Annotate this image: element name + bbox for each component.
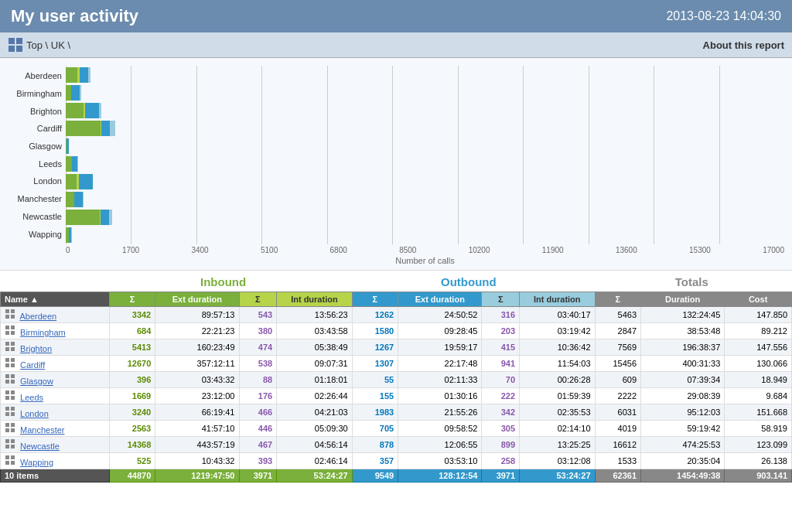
chart-x-label: Number of calls <box>8 254 784 270</box>
cell-name-link[interactable]: Newcastle <box>20 442 60 451</box>
chart-bar-row <box>66 174 784 189</box>
chart-axis-label: 17000 <box>763 246 784 254</box>
cell-ib-ext: 10:43:32 <box>155 453 239 469</box>
cell-name-link[interactable]: London <box>20 409 49 418</box>
table-row[interactable]: Glasgow 396 03:43:32 88 01:18:01 55 02:1… <box>1 372 792 388</box>
row-icon <box>5 422 15 433</box>
svg-rect-0 <box>9 38 15 44</box>
chart-bar-row <box>66 192 784 207</box>
cell-ib-ext: 22:21:23 <box>155 323 239 339</box>
cell-name-link[interactable]: Manchester <box>20 425 64 435</box>
cell-tot-cost: 9.684 <box>725 388 792 404</box>
cell-ob-sigma: 1983 <box>352 404 398 421</box>
cell-name[interactable]: Cardiff <box>1 356 110 372</box>
cell-name[interactable]: Manchester <box>1 421 110 437</box>
breadcrumb[interactable]: Top \ UK \ <box>8 37 70 53</box>
cell-ob-ext: 01:30:16 <box>398 388 482 404</box>
svg-rect-16 <box>5 358 9 362</box>
chart-y-label: Wapping <box>8 226 62 243</box>
cell-ib-sigma: 2563 <box>109 421 155 437</box>
cell-ib-ext: 66:19:41 <box>155 404 239 421</box>
svg-rect-8 <box>5 326 9 329</box>
cell-name[interactable]: Leeds <box>1 388 110 404</box>
page-title: My user activity <box>11 6 138 26</box>
cell-ob-int: 01:59:39 <box>520 388 595 404</box>
cell-tot-dur: 07:39:34 <box>641 372 725 388</box>
cell-name-link[interactable]: Brighton <box>20 344 52 353</box>
chart-bar-row <box>66 156 784 172</box>
cell-tot-dur: 29:08:39 <box>641 388 725 404</box>
svg-rect-22 <box>5 380 9 384</box>
row-icon <box>5 341 15 352</box>
cell-name-link[interactable]: Glasgow <box>20 377 53 386</box>
cell-ob-sigma: 1262 <box>352 307 398 323</box>
svg-rect-30 <box>5 412 9 416</box>
breadcrumb-text: Top \ UK \ <box>26 39 70 51</box>
cell-ob-int: 03:19:42 <box>520 323 595 339</box>
cell-name-link[interactable]: Birmingham <box>20 328 66 337</box>
cell-ib-sigma: 14368 <box>109 437 155 453</box>
cell-name[interactable]: Newcastle <box>1 437 110 453</box>
cell-ib-isigma: 538 <box>239 356 277 372</box>
chart-bar-row <box>66 121 784 136</box>
cell-name-link[interactable]: Wapping <box>20 458 53 467</box>
cell-tot-cost: 18.949 <box>725 372 792 388</box>
chart-y-label: Manchester <box>8 190 62 207</box>
row-icon <box>5 325 15 336</box>
footer-tot-cost: 903.141 <box>725 469 792 483</box>
footer-label: 10 items <box>1 469 110 483</box>
row-icon <box>5 309 15 319</box>
about-report-link[interactable]: About this report <box>703 39 784 51</box>
cell-ob-int: 02:35:53 <box>520 404 595 421</box>
page-header: My user activity 2013-08-23 14:04:30 <box>0 0 792 32</box>
table-row[interactable]: Wapping 525 10:43:32 393 02:46:14 357 03… <box>1 453 792 469</box>
cell-tot-sigma: 7569 <box>595 339 641 356</box>
cell-name[interactable]: Wapping <box>1 453 110 469</box>
cell-name[interactable]: Glasgow <box>1 372 110 388</box>
cell-name-link[interactable]: Aberdeen <box>19 312 56 321</box>
cell-name[interactable]: Aberdeen <box>1 307 110 323</box>
chart-y-label: Brighton <box>8 103 62 120</box>
table-row[interactable]: Aberdeen 3342 89:57:13 543 13:56:23 1262… <box>1 307 792 323</box>
svg-rect-29 <box>11 407 15 411</box>
cell-ib-int: 05:38:49 <box>277 339 352 356</box>
table-row[interactable]: Cardiff 12670 357:12:11 538 09:07:31 130… <box>1 356 792 372</box>
cell-name[interactable]: London <box>1 404 110 421</box>
chart-axis-label: 11900 <box>542 246 564 254</box>
footer-ib-ext: 1219:47:50 <box>155 469 239 483</box>
col-ib-int: Int duration <box>277 292 352 307</box>
col-ib-isigma: Σ <box>239 292 277 307</box>
cell-ob-sigma: 1267 <box>352 339 398 356</box>
cell-tot-dur: 20:35:04 <box>641 453 725 469</box>
cell-ob-ext: 12:06:55 <box>398 437 482 453</box>
svg-rect-17 <box>11 358 15 362</box>
cell-name-link[interactable]: Cardiff <box>20 360 45 370</box>
chart-axis-label: 5100 <box>261 246 278 254</box>
cell-name[interactable]: Brighton <box>1 339 110 356</box>
table-row[interactable]: Manchester 2563 41:57:10 446 05:09:30 70… <box>1 421 792 437</box>
svg-rect-5 <box>11 309 15 313</box>
nav-icon <box>8 37 23 53</box>
chart-bar-row <box>66 67 784 83</box>
table-row[interactable]: Birmingham 684 22:21:23 380 03:43:58 158… <box>1 323 792 339</box>
footer-ib-sigma: 44870 <box>109 469 155 483</box>
footer-ob-isigma: 3971 <box>482 469 520 483</box>
table-row[interactable]: Newcastle 14368 443:57:19 467 04:56:14 8… <box>1 437 792 453</box>
footer-ob-sigma: 9549 <box>352 469 398 483</box>
cell-name[interactable]: Birmingham <box>1 323 110 339</box>
cell-ob-sigma: 155 <box>352 388 398 404</box>
table-row[interactable]: London 3240 66:19:41 466 04:21:03 1983 2… <box>1 404 792 421</box>
svg-rect-13 <box>11 342 15 346</box>
table-row[interactable]: Leeds 1669 23:12:00 176 02:26:44 155 01:… <box>1 388 792 404</box>
row-icon <box>5 357 15 368</box>
chart-container: AberdeenBirminghamBrightonCardiffGlasgow… <box>0 58 792 271</box>
svg-rect-6 <box>5 315 9 319</box>
chart-axis-label: 10200 <box>469 246 490 254</box>
svg-rect-40 <box>5 455 9 459</box>
chart-y-label: Cardiff <box>8 120 62 137</box>
cell-name-link[interactable]: Leeds <box>20 393 43 402</box>
cell-tot-cost: 26.138 <box>725 453 792 469</box>
table-row[interactable]: Brighton 5413 160:23:49 474 05:38:49 126… <box>1 339 792 356</box>
chart-bar-row <box>66 85 784 101</box>
cell-ib-int: 04:21:03 <box>277 404 352 421</box>
